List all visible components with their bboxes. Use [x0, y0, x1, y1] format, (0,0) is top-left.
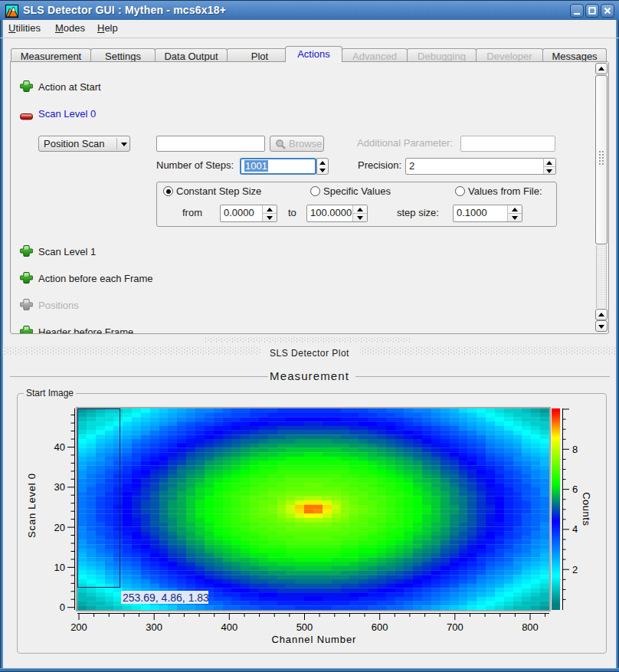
svg-text:300: 300 [146, 621, 162, 633]
svg-text:6: 6 [572, 484, 578, 495]
svg-text:200: 200 [70, 621, 87, 633]
svg-text:10: 10 [54, 562, 65, 573]
svg-text:0: 0 [60, 602, 65, 613]
svg-text:20: 20 [54, 522, 65, 533]
svg-text:800: 800 [522, 621, 539, 633]
svg-text:2: 2 [572, 564, 578, 575]
svg-text:400: 400 [221, 621, 237, 633]
svg-text:Scan Level 0: Scan Level 0 [26, 473, 38, 538]
svg-text:500: 500 [296, 621, 313, 633]
svg-text:600: 600 [372, 621, 388, 633]
svg-text:700: 700 [447, 621, 463, 633]
svg-text:4: 4 [572, 523, 578, 535]
svg-text:30: 30 [54, 481, 65, 493]
svg-text:253.69, 4.86, 1.83: 253.69, 4.86, 1.83 [123, 592, 209, 604]
svg-text:Counts: Counts [581, 492, 592, 526]
svg-text:8: 8 [572, 444, 578, 455]
svg-text:Channel Number: Channel Number [271, 634, 356, 645]
svg-text:40: 40 [54, 441, 65, 453]
